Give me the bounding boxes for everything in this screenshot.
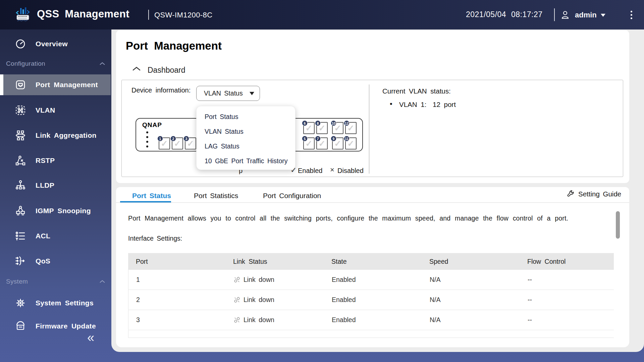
device-information-select[interactable]: VLAN Status	[196, 86, 260, 101]
link-down-icon	[233, 276, 240, 283]
vertical-scrollbar-thumb[interactable]	[616, 211, 620, 239]
cell-speed: N/A	[422, 276, 520, 284]
sidebar-item-igmp-snooping[interactable]: IGMP Snooping	[0, 200, 111, 221]
sidebar-item-qos[interactable]: QoS	[0, 251, 111, 272]
wrench-icon	[566, 190, 575, 198]
disabled-legend-label: Disabled	[337, 167, 364, 175]
switch-port: 2✓	[172, 137, 183, 149]
cell-state: Enabled	[324, 316, 422, 324]
table-row: 2 Link down Enabled N/A --	[128, 290, 614, 310]
user-menu[interactable]: admin	[559, 7, 616, 23]
cell-link-status: Link down	[226, 276, 324, 284]
sidebar-section-system[interactable]: System	[0, 277, 111, 286]
interface-settings-label: Interface Settings:	[128, 235, 182, 242]
tab-row-border	[116, 202, 629, 203]
cell-flow-control: --	[520, 316, 614, 324]
setting-guide-button[interactable]: Setting Guide	[566, 190, 621, 198]
qss-management-screen: QSS Management QSW-IM1200-8C 2021/05/04 …	[0, 0, 644, 362]
sidebar-item-firmware-update[interactable]: Firmware Update	[0, 316, 111, 332]
port-management-description: Port Management allows you to control al…	[128, 215, 574, 222]
acl-icon	[15, 230, 26, 242]
vlan-icon	[15, 105, 26, 116]
table-row-partial	[128, 330, 614, 338]
device-model: QSW-IM1200-8C	[154, 11, 213, 19]
column-header-link-status: Link Status	[225, 258, 324, 265]
column-header-flow-control: Flow Control	[520, 258, 614, 265]
dropdown-option-lag-status[interactable]: LAG Status	[197, 139, 295, 154]
cell-flow-control: --	[520, 276, 614, 284]
bullet: •	[390, 100, 392, 108]
sidebar-item-port-management[interactable]: Port Management	[0, 74, 111, 95]
sidebar-item-acl[interactable]: ACL	[0, 226, 111, 246]
column-header-state: State	[324, 258, 422, 265]
dashboard-section-title: Dashboard	[148, 66, 185, 75]
rstp-icon	[15, 155, 26, 166]
dashboard-collapse-button[interactable]	[132, 66, 142, 74]
lldp-icon	[15, 180, 26, 191]
dashboard-divider	[369, 84, 369, 174]
sidebar-item-link-aggregation[interactable]: Link Aggregation	[0, 125, 111, 146]
switch-port: 7✓	[316, 137, 328, 149]
vlan-name: VLAN 1:	[399, 101, 426, 109]
title-divider	[148, 10, 149, 20]
cell-speed: N/A	[422, 296, 520, 304]
ethernet-port-icon	[15, 79, 26, 90]
sidebar-item-system-settings[interactable]: System Settings	[0, 293, 111, 313]
cell-flow-control: --	[520, 296, 614, 304]
chevron-up-icon	[132, 66, 141, 71]
sidebar-collapse-button[interactable]: «	[87, 331, 94, 344]
switch-port: 11✓	[345, 137, 357, 149]
datetime-display: 2021/05/04 08:17:27	[466, 10, 543, 19]
enabled-legend-label: Enabled	[298, 167, 322, 175]
chevron-up-icon	[99, 280, 105, 283]
table-header: Port Link Status State Speed Flow Contro…	[128, 253, 614, 270]
sidebar-item-vlan[interactable]: VLAN	[0, 100, 111, 121]
select-caret-icon	[250, 92, 254, 95]
cell-link-status: Link down	[226, 296, 324, 304]
cell-state: Enabled	[324, 296, 422, 304]
switch-port: 12✓	[345, 122, 357, 134]
sidebar-item-lldp[interactable]: LLDP	[0, 175, 111, 196]
sidebar-item-rstp[interactable]: RSTP	[0, 150, 111, 171]
gear-icon	[15, 297, 26, 309]
page-title: Port Management	[126, 40, 222, 52]
app-title: QSS Management	[37, 8, 129, 20]
led-dot	[146, 145, 148, 147]
dropdown-option-vlan-status[interactable]: VLAN Status	[197, 124, 295, 139]
setting-guide-label: Setting Guide	[578, 190, 621, 198]
switch-port: 9✓	[332, 137, 343, 149]
device-information-label: Device information:	[131, 86, 191, 94]
dropdown-option-port-status[interactable]: Port Status	[197, 109, 295, 124]
cell-state: Enabled	[324, 276, 422, 284]
led-dot	[146, 141, 148, 143]
dropdown-option-10gbe-traffic-history[interactable]: 10 GbE Port Traffic History	[197, 154, 295, 168]
table-row: 3 Link down Enabled N/A --	[128, 310, 614, 330]
chevron-up-icon	[99, 62, 105, 65]
table-row: 1 Link down Enabled N/A --	[128, 270, 614, 290]
firmware-update-icon	[15, 320, 26, 332]
cell-port: 1	[128, 276, 226, 284]
user-icon	[559, 9, 571, 21]
tab-port-configuration[interactable]: Port Configuration	[263, 192, 321, 200]
sidebar-item-overview[interactable]: Overview	[0, 34, 111, 54]
switch-port: 3✓	[185, 137, 196, 149]
cell-link-status: Link down	[226, 316, 324, 324]
gauge-icon	[15, 38, 26, 50]
tab-port-statistics[interactable]: Port Statistics	[194, 192, 238, 200]
cell-speed: N/A	[422, 316, 520, 324]
vlan-port-count: 12 port	[433, 101, 456, 109]
user-divider	[554, 8, 555, 21]
tab-port-status[interactable]: Port Status	[132, 192, 171, 200]
cell-port: 2	[128, 296, 226, 304]
qos-icon	[15, 255, 26, 267]
current-vlan-status-heading: Current VLAN status:	[382, 87, 451, 95]
switch-port: 8✓	[316, 122, 328, 134]
more-options-button[interactable]	[629, 9, 634, 20]
column-header-speed: Speed	[422, 258, 520, 265]
link-down-icon	[233, 296, 240, 303]
column-header-port: Port	[128, 258, 225, 265]
led-dot	[146, 131, 148, 133]
switch-port: 10✓	[332, 122, 343, 134]
sidebar-section-configuration[interactable]: Configuration	[0, 59, 111, 68]
username: admin	[575, 11, 597, 19]
